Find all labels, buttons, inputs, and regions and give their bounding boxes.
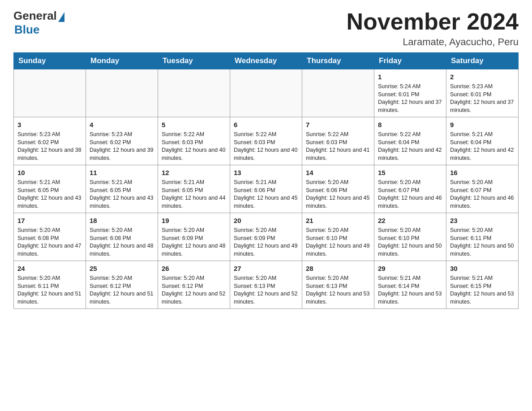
day-number: 19: [162, 216, 226, 225]
logo-triangle-icon: [58, 12, 64, 22]
sunrise-text: Sunrise: 5:20 AM: [306, 179, 348, 185]
col-wednesday: Wednesday: [230, 53, 302, 69]
sunset-text: Sunset: 6:03 PM: [306, 139, 347, 146]
calendar-week-row: 10Sunrise: 5:21 AMSunset: 6:05 PMDayligh…: [14, 165, 519, 213]
daylight-text: Daylight: 12 hours and 39 minutes.: [90, 147, 153, 161]
day-number: 7: [306, 120, 370, 129]
daylight-text: Daylight: 12 hours and 46 minutes.: [450, 195, 514, 209]
sunset-text: Sunset: 6:11 PM: [450, 235, 491, 241]
table-row: 9Sunrise: 5:21 AMSunset: 6:04 PMDaylight…: [446, 117, 519, 165]
sunset-text: Sunset: 6:13 PM: [306, 283, 347, 289]
sunset-text: Sunset: 6:03 PM: [162, 139, 203, 146]
day-number: 3: [17, 120, 82, 129]
table-row: 24Sunrise: 5:20 AMSunset: 6:11 PMDayligh…: [14, 261, 86, 309]
sunrise-text: Sunrise: 5:20 AM: [450, 227, 493, 233]
daylight-text: Daylight: 12 hours and 53 minutes.: [378, 291, 442, 305]
day-number: 20: [234, 216, 298, 225]
calendar-week-row: 17Sunrise: 5:20 AMSunset: 6:08 PMDayligh…: [14, 213, 519, 261]
day-number: 15: [378, 168, 442, 177]
sunrise-text: Sunrise: 5:22 AM: [306, 131, 348, 137]
sunrise-text: Sunrise: 5:21 AM: [17, 179, 60, 185]
day-number: 13: [234, 168, 298, 177]
day-number: 27: [234, 264, 298, 273]
table-row: 7Sunrise: 5:22 AMSunset: 6:03 PMDaylight…: [302, 117, 374, 165]
table-row: 11Sunrise: 5:21 AMSunset: 6:05 PMDayligh…: [86, 165, 158, 213]
table-row: 19Sunrise: 5:20 AMSunset: 6:09 PMDayligh…: [158, 213, 230, 261]
daylight-text: Daylight: 12 hours and 48 minutes.: [162, 243, 225, 257]
table-row: 13Sunrise: 5:21 AMSunset: 6:06 PMDayligh…: [230, 165, 302, 213]
col-sunday: Sunday: [14, 53, 86, 69]
sunset-text: Sunset: 6:06 PM: [234, 187, 275, 193]
sunrise-text: Sunrise: 5:20 AM: [306, 227, 348, 233]
day-number: 1: [378, 72, 442, 81]
daylight-text: Daylight: 12 hours and 38 minutes.: [17, 147, 81, 161]
day-number: 6: [234, 120, 298, 129]
daylight-text: Daylight: 12 hours and 51 minutes.: [90, 291, 153, 305]
col-thursday: Thursday: [302, 53, 374, 69]
day-number: 21: [306, 216, 370, 225]
sunrise-text: Sunrise: 5:21 AM: [90, 179, 132, 185]
table-row: 3Sunrise: 5:23 AMSunset: 6:02 PMDaylight…: [14, 117, 86, 165]
day-number: 22: [378, 216, 442, 225]
daylight-text: Daylight: 12 hours and 48 minutes.: [90, 243, 153, 257]
sunset-text: Sunset: 6:02 PM: [17, 139, 59, 146]
daylight-text: Daylight: 12 hours and 37 minutes.: [450, 99, 514, 113]
table-row: 28Sunrise: 5:20 AMSunset: 6:13 PMDayligh…: [302, 261, 374, 309]
sunset-text: Sunset: 6:15 PM: [450, 283, 491, 289]
table-row: 4Sunrise: 5:23 AMSunset: 6:02 PMDaylight…: [86, 117, 158, 165]
daylight-text: Daylight: 12 hours and 51 minutes.: [17, 291, 81, 305]
logo-blue-text: Blue: [14, 23, 39, 37]
sunrise-text: Sunrise: 5:23 AM: [90, 131, 132, 137]
day-number: 16: [450, 168, 515, 177]
daylight-text: Daylight: 12 hours and 50 minutes.: [378, 243, 442, 257]
sunset-text: Sunset: 6:09 PM: [162, 235, 203, 241]
sunrise-text: Sunrise: 5:20 AM: [234, 227, 276, 233]
daylight-text: Daylight: 12 hours and 44 minutes.: [162, 195, 225, 209]
table-row: 22Sunrise: 5:20 AMSunset: 6:10 PMDayligh…: [374, 213, 446, 261]
sunrise-text: Sunrise: 5:21 AM: [162, 179, 204, 185]
table-row: 1Sunrise: 5:24 AMSunset: 6:01 PMDaylight…: [374, 69, 446, 117]
daylight-text: Daylight: 12 hours and 37 minutes.: [378, 99, 442, 113]
daylight-text: Daylight: 12 hours and 52 minutes.: [162, 291, 225, 305]
daylight-text: Daylight: 12 hours and 49 minutes.: [306, 243, 369, 257]
location-title: Laramate, Ayacucho, Peru: [347, 36, 519, 48]
daylight-text: Daylight: 12 hours and 53 minutes.: [450, 291, 514, 305]
sunrise-text: Sunrise: 5:22 AM: [378, 131, 420, 137]
col-saturday: Saturday: [446, 53, 519, 69]
table-row: 30Sunrise: 5:21 AMSunset: 6:15 PMDayligh…: [446, 261, 519, 309]
day-number: 28: [306, 264, 370, 273]
sunset-text: Sunset: 6:10 PM: [378, 235, 419, 241]
logo-general-text: General: [13, 9, 57, 23]
sunset-text: Sunset: 6:13 PM: [234, 283, 275, 289]
sunset-text: Sunset: 6:01 PM: [378, 91, 419, 98]
logo: General Blue: [13, 9, 64, 37]
sunset-text: Sunset: 6:05 PM: [90, 187, 131, 193]
sunset-text: Sunset: 6:12 PM: [90, 283, 131, 289]
daylight-text: Daylight: 12 hours and 50 minutes.: [450, 243, 514, 257]
calendar-week-row: 1Sunrise: 5:24 AMSunset: 6:01 PMDaylight…: [14, 69, 519, 117]
table-row: 16Sunrise: 5:20 AMSunset: 6:07 PMDayligh…: [446, 165, 519, 213]
sunrise-text: Sunrise: 5:20 AM: [306, 275, 348, 281]
day-number: 18: [90, 216, 154, 225]
sunset-text: Sunset: 6:05 PM: [162, 187, 203, 193]
sunrise-text: Sunrise: 5:22 AM: [162, 131, 204, 137]
sunrise-text: Sunrise: 5:21 AM: [234, 179, 276, 185]
table-row: 27Sunrise: 5:20 AMSunset: 6:13 PMDayligh…: [230, 261, 302, 309]
col-tuesday: Tuesday: [158, 53, 230, 69]
day-number: 2: [450, 72, 515, 81]
daylight-text: Daylight: 12 hours and 40 minutes.: [234, 147, 297, 161]
table-row: 26Sunrise: 5:20 AMSunset: 6:12 PMDayligh…: [158, 261, 230, 309]
sunrise-text: Sunrise: 5:21 AM: [450, 275, 493, 281]
sunset-text: Sunset: 6:06 PM: [306, 187, 347, 193]
sunset-text: Sunset: 6:02 PM: [90, 139, 131, 146]
table-row: 6Sunrise: 5:22 AMSunset: 6:03 PMDaylight…: [230, 117, 302, 165]
sunrise-text: Sunrise: 5:20 AM: [378, 227, 420, 233]
calendar-week-row: 24Sunrise: 5:20 AMSunset: 6:11 PMDayligh…: [14, 261, 519, 309]
day-number: 25: [90, 264, 154, 273]
table-row: 15Sunrise: 5:20 AMSunset: 6:07 PMDayligh…: [374, 165, 446, 213]
sunrise-text: Sunrise: 5:20 AM: [17, 227, 60, 233]
sunrise-text: Sunrise: 5:20 AM: [378, 179, 420, 185]
day-number: 11: [90, 168, 154, 177]
col-monday: Monday: [86, 53, 158, 69]
sunrise-text: Sunrise: 5:20 AM: [162, 275, 204, 281]
